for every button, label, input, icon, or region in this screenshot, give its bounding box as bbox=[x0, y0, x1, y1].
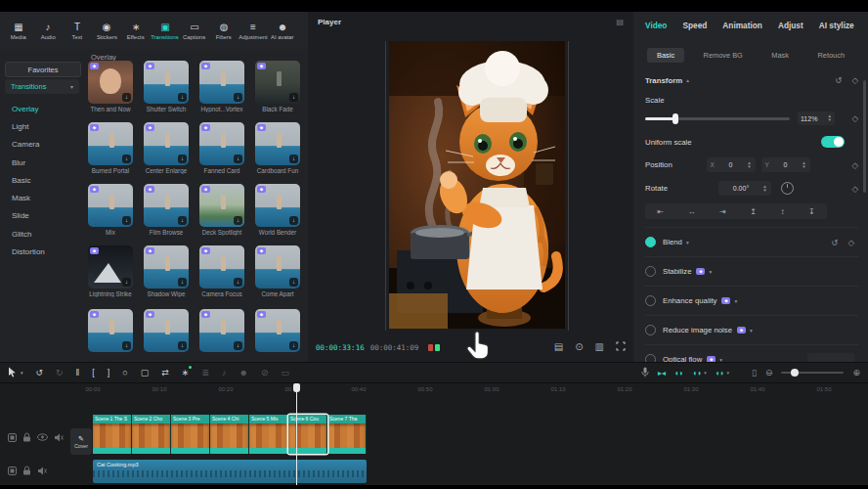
sidebar-category-slide[interactable]: Slide bbox=[0, 207, 86, 225]
download-icon[interactable]: ↓ bbox=[178, 278, 187, 287]
toolbar-item-text[interactable]: TText bbox=[63, 22, 92, 40]
track-tool-button[interactable]: ◖◗▾ bbox=[716, 369, 729, 378]
timeline-clip-1[interactable]: Scene 1 The S bbox=[93, 415, 132, 454]
timeline-zoom-slider[interactable] bbox=[781, 372, 844, 374]
subtab-basic[interactable]: Basic bbox=[647, 48, 684, 63]
toolbar-item-adjustment[interactable]: ≡Adjustment bbox=[239, 22, 268, 40]
microphone-icon[interactable] bbox=[641, 367, 649, 379]
display-mode-icon[interactable]: ▭ bbox=[281, 368, 289, 378]
timeline-clip-4[interactable]: Scene 4 Chi bbox=[210, 415, 249, 454]
download-icon[interactable]: ↓ bbox=[122, 216, 131, 225]
split-icon[interactable]: ‖ bbox=[76, 368, 80, 378]
transition-item-come-apart[interactable]: ◆↓Come Apart bbox=[255, 245, 300, 297]
keyframe-diamond-icon[interactable]: ◇ bbox=[851, 75, 858, 85]
scale-keyframe-icon[interactable]: ◇ bbox=[851, 113, 858, 123]
transition-item-mix[interactable]: ◆↓Mix bbox=[88, 184, 133, 236]
tab-adjust[interactable]: Adjust bbox=[778, 21, 803, 30]
align-center-h-icon[interactable]: ↔ bbox=[688, 207, 696, 216]
download-icon[interactable]: ↓ bbox=[234, 155, 242, 163]
scale-stepper[interactable]: ▲▼ bbox=[828, 114, 832, 122]
align-right-icon[interactable]: ⇥ bbox=[719, 207, 726, 216]
reduce-image-noise-checkbox[interactable] bbox=[645, 325, 656, 335]
edit-cover-button[interactable]: ✎ Cover bbox=[70, 428, 92, 455]
transition-item-film-browse[interactable]: ◆↓Film Browse bbox=[144, 184, 189, 236]
sidebar-category-overlay[interactable]: Overlay bbox=[0, 100, 86, 117]
playhead[interactable] bbox=[296, 383, 297, 485]
fullscreen-icon[interactable] bbox=[616, 341, 626, 353]
toolbar-item-transitions[interactable]: ▣Transitions bbox=[151, 22, 180, 40]
toolbar-item-media[interactable]: ▦Media bbox=[4, 22, 33, 40]
sidebar-category-blur[interactable]: Blur bbox=[0, 154, 86, 171]
transition-item-center-enlarge[interactable]: ◆↓Center Enlarge bbox=[144, 122, 189, 174]
subtab-retouch[interactable]: Retouch bbox=[807, 48, 854, 63]
tab-ai-stylize[interactable]: AI stylize bbox=[819, 21, 854, 30]
transition-item-row5-2[interactable]: ◆↓ bbox=[199, 309, 244, 352]
mute-track-icon[interactable] bbox=[54, 433, 64, 442]
transition-item-hypnot-vortex[interactable]: ◆↓Hypnot...Vortex bbox=[199, 61, 244, 112]
blend-checkbox[interactable] bbox=[645, 237, 656, 247]
audio-clip[interactable]: Cat Cooking.mp3 bbox=[93, 460, 367, 483]
transition-item-then-and-now[interactable]: ◆↓Then and Now bbox=[88, 61, 133, 112]
tool-dropdown-caret-icon[interactable]: ▾ bbox=[21, 370, 23, 376]
toolbar-item-ai-avatar[interactable]: ☻AI avatar bbox=[268, 22, 297, 40]
snapshot-icon[interactable]: ⊙ bbox=[575, 342, 583, 352]
align-top-icon[interactable]: ↥ bbox=[750, 207, 757, 216]
download-icon[interactable]: ↓ bbox=[234, 341, 242, 350]
transition-item-row5-1[interactable]: ◆↓ bbox=[144, 309, 189, 352]
tab-speed[interactable]: Speed bbox=[682, 21, 707, 30]
rotate-field[interactable]: 0.00° ▲▼ bbox=[718, 181, 771, 196]
transition-item-row5-0[interactable]: ◆↓ bbox=[88, 309, 133, 352]
toolbar-item-stickers[interactable]: ◉Stickers bbox=[92, 22, 121, 40]
download-icon[interactable]: ↓ bbox=[178, 93, 187, 102]
download-icon[interactable]: ↓ bbox=[178, 341, 187, 350]
scale-value-box[interactable]: 112% ▲▼ bbox=[798, 111, 835, 125]
render-indicator-icon[interactable] bbox=[428, 344, 440, 351]
transitions-dropdown[interactable]: Transitions ▾ bbox=[5, 79, 79, 94]
tab-video[interactable]: Video bbox=[645, 21, 667, 30]
sidebar-category-light[interactable]: Light bbox=[0, 117, 86, 135]
position-y-field[interactable]: Y 0 ▲▼ bbox=[761, 157, 810, 172]
marker-pair-button[interactable]: ▸◂ bbox=[658, 369, 666, 378]
lock-track-icon[interactable] bbox=[22, 466, 31, 475]
sidebar-category-camera[interactable]: Camera bbox=[0, 136, 86, 154]
toolbar-item-audio[interactable]: ♪Audio bbox=[33, 22, 63, 40]
trim-left-icon[interactable]: [ bbox=[92, 368, 95, 378]
avatar-tool-icon[interactable]: ☻ bbox=[239, 368, 247, 378]
zoom-out-icon[interactable]: ⊖ bbox=[765, 368, 773, 378]
transition-item-cardboard-fun[interactable]: ◆↓Cardboard Fun bbox=[255, 122, 300, 174]
rotate-keyframe-icon[interactable]: ◇ bbox=[851, 184, 858, 194]
timeline-clip-6[interactable]: Scene 6 Cou bbox=[288, 415, 327, 454]
inspector-scrollbar[interactable] bbox=[863, 80, 866, 193]
toolbar-item-filters[interactable]: ◍Filters bbox=[209, 22, 239, 40]
align-middle-icon[interactable]: ↕ bbox=[781, 207, 785, 216]
align-left-icon[interactable]: ⇤ bbox=[657, 207, 664, 216]
transition-item-black-fade[interactable]: ◆↓Black Fade bbox=[255, 61, 300, 112]
track-options-icon[interactable] bbox=[8, 467, 17, 475]
chevron-down-icon[interactable]: ▾ bbox=[750, 328, 753, 333]
download-icon[interactable]: ↓ bbox=[289, 155, 298, 163]
timeline-clip-2[interactable]: Scene 2 Cho bbox=[132, 415, 171, 454]
keyframe-tool-button[interactable]: ◖◗▾ bbox=[693, 369, 707, 378]
download-icon[interactable]: ↓ bbox=[122, 278, 131, 287]
position-keyframe-icon[interactable]: ◇ bbox=[851, 160, 858, 170]
scale-slider[interactable] bbox=[645, 117, 790, 120]
timeline-clip-7[interactable]: Scene 7 Tha bbox=[327, 415, 367, 454]
download-icon[interactable]: ↓ bbox=[234, 93, 242, 102]
sidebar-category-basic[interactable]: Basic bbox=[0, 171, 86, 189]
video-preview-canvas[interactable] bbox=[389, 41, 565, 329]
timeline-clip-5[interactable]: Scene 5 Mix bbox=[249, 415, 288, 454]
download-icon[interactable]: ↓ bbox=[234, 278, 242, 287]
reset-blend-icon[interactable]: ↺ bbox=[831, 238, 838, 247]
player-view-options-icon[interactable]: ▤ bbox=[616, 18, 624, 26]
favorites-button[interactable]: Favorites bbox=[5, 62, 81, 77]
redo-icon[interactable]: ↻ bbox=[56, 368, 64, 378]
sidebar-category-distortion[interactable]: Distortion bbox=[0, 243, 86, 260]
enhance-quality-checkbox[interactable] bbox=[645, 295, 656, 306]
download-icon[interactable]: ↓ bbox=[289, 216, 298, 225]
playhead-handle[interactable] bbox=[293, 383, 300, 392]
subtab-mask[interactable]: Mask bbox=[761, 48, 799, 63]
mask-icon[interactable]: ○ bbox=[122, 368, 127, 378]
zoom-in-icon[interactable]: ⊕ bbox=[852, 368, 860, 378]
hide-track-icon[interactable] bbox=[37, 433, 48, 441]
transition-item-lightning-strike[interactable]: ◆↓Lightning Strike bbox=[88, 245, 133, 297]
